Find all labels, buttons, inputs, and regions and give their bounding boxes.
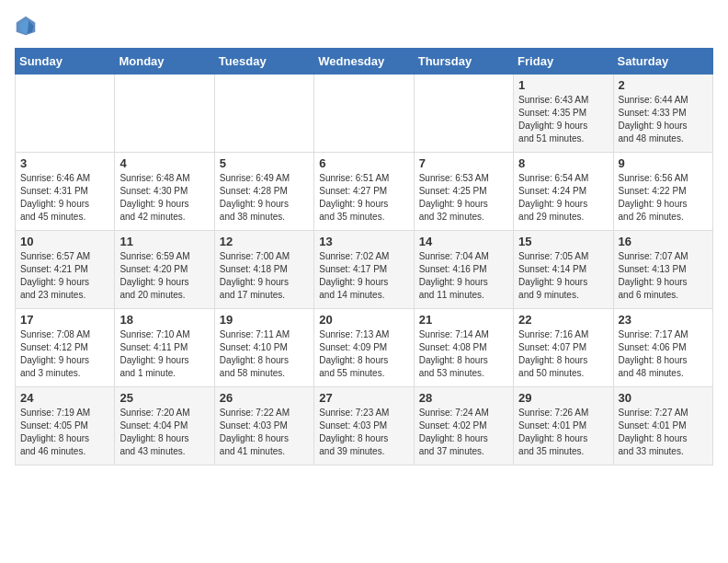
day-cell bbox=[314, 75, 414, 153]
day-info: Sunrise: 6:44 AM Sunset: 4:33 PM Dayligh… bbox=[619, 94, 708, 145]
day-number: 26 bbox=[220, 391, 309, 405]
day-info: Sunrise: 7:17 AM Sunset: 4:06 PM Dayligh… bbox=[619, 328, 708, 380]
day-number: 4 bbox=[119, 156, 209, 170]
day-cell: 19Sunrise: 7:11 AM Sunset: 4:10 PM Dayli… bbox=[214, 309, 313, 387]
day-info: Sunrise: 6:51 AM Sunset: 4:27 PM Dayligh… bbox=[319, 172, 408, 224]
day-number: 9 bbox=[619, 156, 708, 170]
day-number: 3 bbox=[20, 156, 109, 170]
day-number: 27 bbox=[319, 391, 408, 405]
day-number: 10 bbox=[20, 235, 109, 248]
day-number: 24 bbox=[20, 391, 109, 405]
day-cell bbox=[414, 75, 513, 153]
day-number: 25 bbox=[119, 391, 209, 405]
day-cell: 17Sunrise: 7:08 AM Sunset: 4:12 PM Dayli… bbox=[16, 309, 115, 387]
day-info: Sunrise: 7:05 AM Sunset: 4:14 PM Dayligh… bbox=[518, 250, 608, 302]
day-info: Sunrise: 6:54 AM Sunset: 4:24 PM Dayligh… bbox=[518, 172, 608, 224]
day-cell bbox=[16, 75, 115, 153]
day-number: 15 bbox=[518, 235, 608, 248]
day-number: 6 bbox=[319, 156, 408, 170]
day-number: 21 bbox=[419, 313, 508, 327]
day-cell: 9Sunrise: 6:56 AM Sunset: 4:22 PM Daylig… bbox=[613, 153, 712, 231]
day-cell: 27Sunrise: 7:23 AM Sunset: 4:03 PM Dayli… bbox=[314, 387, 414, 465]
day-info: Sunrise: 7:27 AM Sunset: 4:01 PM Dayligh… bbox=[619, 407, 708, 458]
day-cell: 18Sunrise: 7:10 AM Sunset: 4:11 PM Dayli… bbox=[115, 309, 214, 387]
day-cell bbox=[214, 75, 313, 153]
day-info: Sunrise: 7:19 AM Sunset: 4:05 PM Dayligh… bbox=[20, 407, 109, 458]
day-number: 16 bbox=[619, 235, 708, 248]
day-info: Sunrise: 7:22 AM Sunset: 4:03 PM Dayligh… bbox=[220, 407, 309, 458]
day-number: 23 bbox=[619, 313, 708, 327]
day-cell: 15Sunrise: 7:05 AM Sunset: 4:14 PM Dayli… bbox=[514, 231, 613, 309]
day-cell: 7Sunrise: 6:53 AM Sunset: 4:25 PM Daylig… bbox=[414, 153, 513, 231]
day-info: Sunrise: 7:10 AM Sunset: 4:11 PM Dayligh… bbox=[119, 328, 209, 380]
day-cell: 28Sunrise: 7:24 AM Sunset: 4:02 PM Dayli… bbox=[414, 387, 513, 465]
day-number: 30 bbox=[619, 391, 708, 405]
day-cell: 14Sunrise: 7:04 AM Sunset: 4:16 PM Dayli… bbox=[414, 231, 513, 309]
day-cell: 26Sunrise: 7:22 AM Sunset: 4:03 PM Dayli… bbox=[214, 387, 313, 465]
day-number: 18 bbox=[119, 313, 209, 327]
day-number: 1 bbox=[518, 78, 608, 92]
day-cell: 29Sunrise: 7:26 AM Sunset: 4:01 PM Dayli… bbox=[514, 387, 613, 465]
logo bbox=[15, 15, 40, 37]
header-day-tuesday: Tuesday bbox=[214, 49, 313, 75]
day-info: Sunrise: 7:23 AM Sunset: 4:03 PM Dayligh… bbox=[319, 407, 408, 458]
day-info: Sunrise: 7:13 AM Sunset: 4:09 PM Dayligh… bbox=[319, 328, 408, 380]
day-info: Sunrise: 7:26 AM Sunset: 4:01 PM Dayligh… bbox=[518, 407, 608, 458]
week-row-4: 17Sunrise: 7:08 AM Sunset: 4:12 PM Dayli… bbox=[16, 309, 713, 387]
day-info: Sunrise: 6:48 AM Sunset: 4:30 PM Dayligh… bbox=[119, 172, 209, 224]
day-cell: 3Sunrise: 6:46 AM Sunset: 4:31 PM Daylig… bbox=[16, 153, 115, 231]
day-info: Sunrise: 7:08 AM Sunset: 4:12 PM Dayligh… bbox=[20, 328, 109, 380]
day-number: 28 bbox=[419, 391, 508, 405]
day-cell: 30Sunrise: 7:27 AM Sunset: 4:01 PM Dayli… bbox=[613, 387, 712, 465]
day-info: Sunrise: 6:53 AM Sunset: 4:25 PM Dayligh… bbox=[419, 172, 508, 224]
day-cell: 16Sunrise: 7:07 AM Sunset: 4:13 PM Dayli… bbox=[613, 231, 712, 309]
day-number: 11 bbox=[119, 235, 209, 248]
day-number: 2 bbox=[619, 78, 708, 92]
day-info: Sunrise: 7:02 AM Sunset: 4:17 PM Dayligh… bbox=[319, 250, 408, 302]
day-cell: 25Sunrise: 7:20 AM Sunset: 4:04 PM Dayli… bbox=[115, 387, 214, 465]
logo-icon bbox=[15, 15, 37, 37]
day-cell: 4Sunrise: 6:48 AM Sunset: 4:30 PM Daylig… bbox=[115, 153, 214, 231]
day-number: 22 bbox=[518, 313, 608, 327]
day-number: 14 bbox=[419, 235, 508, 248]
header-day-saturday: Saturday bbox=[613, 49, 712, 75]
day-info: Sunrise: 7:20 AM Sunset: 4:04 PM Dayligh… bbox=[119, 407, 209, 458]
day-cell: 21Sunrise: 7:14 AM Sunset: 4:08 PM Dayli… bbox=[414, 309, 513, 387]
day-info: Sunrise: 6:49 AM Sunset: 4:28 PM Dayligh… bbox=[220, 172, 309, 224]
day-info: Sunrise: 6:43 AM Sunset: 4:35 PM Dayligh… bbox=[518, 94, 608, 145]
header-day-friday: Friday bbox=[514, 49, 613, 75]
day-cell: 24Sunrise: 7:19 AM Sunset: 4:05 PM Dayli… bbox=[16, 387, 115, 465]
day-cell: 23Sunrise: 7:17 AM Sunset: 4:06 PM Dayli… bbox=[613, 309, 712, 387]
day-cell bbox=[115, 75, 214, 153]
day-number: 29 bbox=[518, 391, 608, 405]
day-number: 17 bbox=[20, 313, 109, 327]
day-number: 7 bbox=[419, 156, 508, 170]
day-info: Sunrise: 6:59 AM Sunset: 4:20 PM Dayligh… bbox=[119, 250, 209, 302]
day-cell: 5Sunrise: 6:49 AM Sunset: 4:28 PM Daylig… bbox=[214, 153, 313, 231]
day-cell: 12Sunrise: 7:00 AM Sunset: 4:18 PM Dayli… bbox=[214, 231, 313, 309]
day-info: Sunrise: 7:16 AM Sunset: 4:07 PM Dayligh… bbox=[518, 328, 608, 380]
day-info: Sunrise: 7:14 AM Sunset: 4:08 PM Dayligh… bbox=[419, 328, 508, 380]
week-row-3: 10Sunrise: 6:57 AM Sunset: 4:21 PM Dayli… bbox=[16, 231, 713, 309]
day-info: Sunrise: 7:00 AM Sunset: 4:18 PM Dayligh… bbox=[220, 250, 309, 302]
header-row: SundayMondayTuesdayWednesdayThursdayFrid… bbox=[16, 49, 713, 75]
calendar-table: SundayMondayTuesdayWednesdayThursdayFrid… bbox=[15, 48, 713, 465]
week-row-2: 3Sunrise: 6:46 AM Sunset: 4:31 PM Daylig… bbox=[16, 153, 713, 231]
day-cell: 1Sunrise: 6:43 AM Sunset: 4:35 PM Daylig… bbox=[514, 75, 613, 153]
header-day-sunday: Sunday bbox=[16, 49, 115, 75]
day-number: 19 bbox=[220, 313, 309, 327]
day-cell: 22Sunrise: 7:16 AM Sunset: 4:07 PM Dayli… bbox=[514, 309, 613, 387]
page-header bbox=[15, 15, 713, 37]
day-cell: 13Sunrise: 7:02 AM Sunset: 4:17 PM Dayli… bbox=[314, 231, 414, 309]
week-row-5: 24Sunrise: 7:19 AM Sunset: 4:05 PM Dayli… bbox=[16, 387, 713, 465]
header-day-wednesday: Wednesday bbox=[314, 49, 414, 75]
day-info: Sunrise: 6:57 AM Sunset: 4:21 PM Dayligh… bbox=[20, 250, 109, 302]
day-cell: 10Sunrise: 6:57 AM Sunset: 4:21 PM Dayli… bbox=[16, 231, 115, 309]
day-info: Sunrise: 7:07 AM Sunset: 4:13 PM Dayligh… bbox=[619, 250, 708, 302]
header-day-thursday: Thursday bbox=[414, 49, 513, 75]
day-number: 20 bbox=[319, 313, 408, 327]
week-row-1: 1Sunrise: 6:43 AM Sunset: 4:35 PM Daylig… bbox=[16, 75, 713, 153]
day-number: 12 bbox=[220, 235, 309, 248]
day-cell: 8Sunrise: 6:54 AM Sunset: 4:24 PM Daylig… bbox=[514, 153, 613, 231]
day-cell: 11Sunrise: 6:59 AM Sunset: 4:20 PM Dayli… bbox=[115, 231, 214, 309]
